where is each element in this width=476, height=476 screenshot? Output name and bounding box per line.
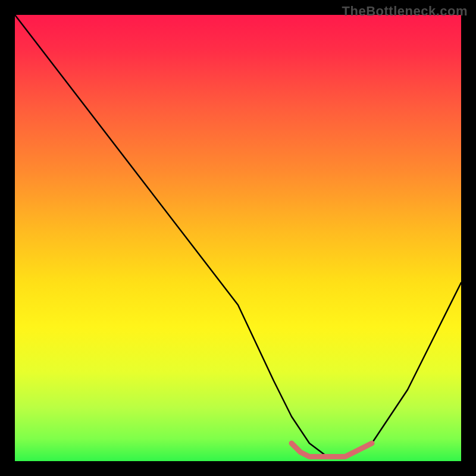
sweet-spot-highlight: [292, 443, 372, 457]
watermark: TheBottleneck.com: [342, 4, 468, 19]
bottleneck-curve: [15, 15, 461, 457]
plot-area: [15, 15, 461, 461]
curve-layer: [15, 15, 461, 461]
chart-stage: TheBottleneck.com: [0, 0, 476, 476]
